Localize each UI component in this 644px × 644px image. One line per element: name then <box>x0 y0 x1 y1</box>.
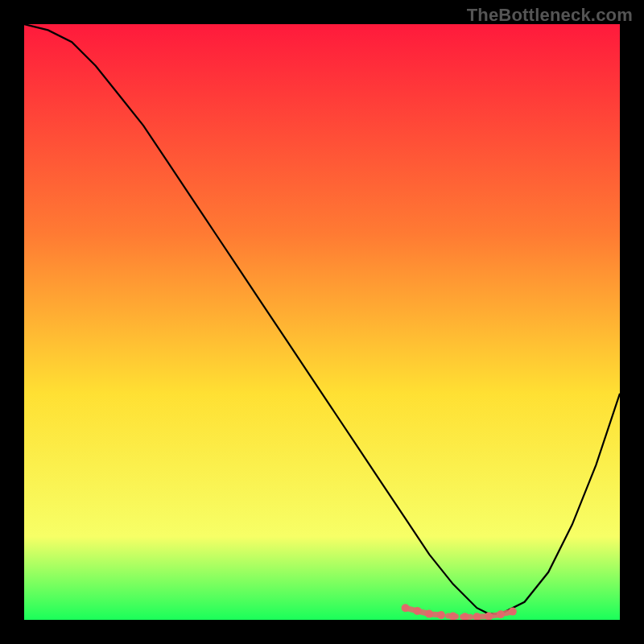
optimal-marker <box>425 610 433 618</box>
optimal-marker <box>402 604 410 612</box>
optimal-marker <box>497 610 505 618</box>
watermark-text: TheBottleneck.com <box>467 5 633 26</box>
chart-stage: TheBottleneck.com <box>0 0 644 644</box>
optimal-marker <box>413 607 421 615</box>
chart-svg <box>24 24 620 620</box>
optimal-marker <box>437 611 445 619</box>
plot-area <box>24 24 620 620</box>
gradient-background <box>24 24 620 620</box>
optimal-marker <box>509 608 517 616</box>
